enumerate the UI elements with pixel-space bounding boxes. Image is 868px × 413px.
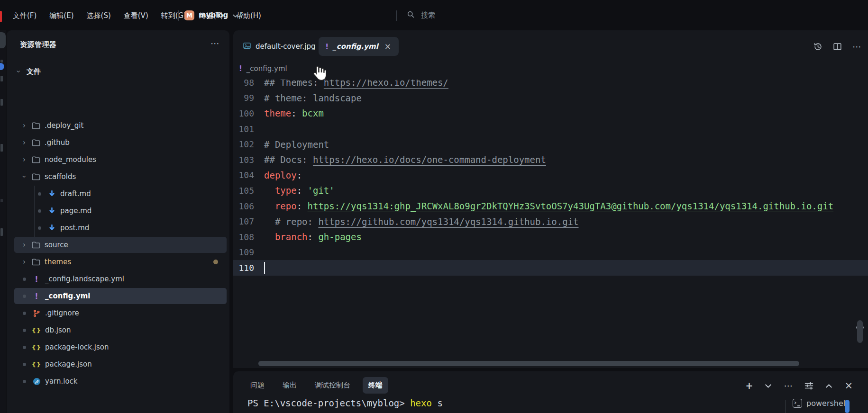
menu-edit[interactable]: 编辑(E) xyxy=(46,10,76,21)
line-number: 104 xyxy=(233,170,258,180)
file-bullet-dot xyxy=(38,192,41,196)
folder-icon xyxy=(31,156,41,163)
tree-item-.github[interactable]: ›.github xyxy=(14,135,227,151)
activity-item-extensions[interactable] xyxy=(0,99,3,106)
tree-item-source[interactable]: ›source xyxy=(14,237,227,253)
editor-more-actions-button[interactable]: ⋯ xyxy=(852,42,861,51)
titlebar-separator xyxy=(178,10,179,21)
search-input[interactable] xyxy=(420,10,524,20)
tab-config-yml[interactable]: ! _config.yml × xyxy=(319,37,399,56)
explorer-more-actions-button[interactable]: ⋯ xyxy=(208,37,222,49)
breadcrumb-item-file[interactable]: _config.yml xyxy=(247,64,287,73)
code-editor[interactable]: 98## Themes: https://hexo.io/themes/99# … xyxy=(233,80,868,360)
terminal-list-scrollbar[interactable] xyxy=(845,400,850,413)
split-editor-button[interactable] xyxy=(833,42,842,51)
yarn-icon xyxy=(32,377,41,386)
chevron-right-icon: › xyxy=(21,121,27,130)
code-link[interactable]: https://hexo.io/themes/ xyxy=(324,80,448,88)
yaml-icon: ! xyxy=(32,292,41,301)
activity-item-run[interactable] xyxy=(0,76,3,81)
tree-item-yarn.lock[interactable]: yarn.lock xyxy=(14,373,227,389)
markdown-icon xyxy=(47,190,56,198)
chevron-right-icon: › xyxy=(21,138,27,147)
tab-default-cover-jpg[interactable]: default-cover.jpg xyxy=(238,37,320,56)
tree-item-package-lock.json[interactable]: {}package-lock.json xyxy=(14,339,227,355)
new-terminal-button[interactable]: + xyxy=(745,381,753,390)
tree-item-page.md[interactable]: page.md xyxy=(14,203,227,219)
launch-profile-icon[interactable] xyxy=(804,382,813,390)
tree-item-label: post.md xyxy=(60,224,89,232)
panel-more-actions-button[interactable]: ⋯ xyxy=(784,381,793,390)
horizontal-scrollbar[interactable] xyxy=(258,361,799,366)
explorer-title: 资源管理器 xyxy=(20,40,57,49)
chevron-down-icon: › xyxy=(14,68,23,75)
file-bullet-dot xyxy=(23,380,26,383)
terminal-input-line[interactable]: PS E:\vscode-projects\myblog> hexo s xyxy=(247,398,443,408)
activity-item-settings[interactable] xyxy=(0,228,3,236)
line-content: # theme: landscape xyxy=(258,93,362,103)
tree-item-label: draft.md xyxy=(60,189,91,198)
panel-tab-terminal[interactable]: 终端 xyxy=(363,377,388,394)
maximize-panel-button[interactable] xyxy=(825,384,832,388)
global-search[interactable] xyxy=(407,9,524,22)
line-content: # repo: https://github.com/yqs1314/yqs13… xyxy=(258,216,578,227)
tree-item-draft.md[interactable]: draft.md xyxy=(14,186,227,202)
activity-item-accounts[interactable] xyxy=(0,199,3,202)
tree-item-scaffolds[interactable]: ›scaffolds xyxy=(14,169,227,185)
panel-tab-debug-console[interactable]: 调试控制台 xyxy=(309,377,356,394)
folder-icon xyxy=(31,173,41,180)
activity-bar[interactable] xyxy=(0,30,6,413)
activity-item-search[interactable] xyxy=(0,60,3,63)
folder-icon xyxy=(31,241,41,249)
explorer-section-files[interactable]: › 文件 xyxy=(15,64,41,79)
tree-item-label: package.json xyxy=(45,360,92,368)
panel-tab-output[interactable]: 输出 xyxy=(277,377,302,394)
tree-item-.deploy_git[interactable]: ›.deploy_git xyxy=(14,117,227,134)
tree-item-package.json[interactable]: {}package.json xyxy=(14,356,227,372)
json-icon: {} xyxy=(32,327,41,334)
terminal-list-separator xyxy=(786,400,786,413)
line-number: 107 xyxy=(233,216,258,226)
tree-item-themes[interactable]: ›themes xyxy=(14,254,227,270)
tree-item-node_modules[interactable]: ›node_modules xyxy=(14,152,227,168)
line-number: 100 xyxy=(233,108,258,118)
tree-item-label: package-lock.json xyxy=(45,343,109,351)
tree-item-label: node_modules xyxy=(45,155,96,164)
code-line-99: 99# theme: landscape xyxy=(233,90,868,106)
image-icon xyxy=(243,42,251,52)
tree-item-post.md[interactable]: post.md xyxy=(14,220,227,236)
hand-cursor xyxy=(312,65,326,81)
panel-tab-problems[interactable]: 问题 xyxy=(245,377,270,394)
terminal-icon xyxy=(793,399,802,408)
tree-item-_config.yml[interactable]: !_config.yml xyxy=(14,288,227,304)
tree-item-db.json[interactable]: {}db.json xyxy=(14,322,227,338)
close-icon[interactable]: × xyxy=(384,42,392,51)
workspace-switcher[interactable]: M myblog xyxy=(184,9,238,22)
terminal-argument: s xyxy=(432,398,443,408)
activity-item-explorer[interactable] xyxy=(0,32,6,48)
code-link[interactable]: https://hexo.io/docs/one-command-deploym… xyxy=(313,154,546,165)
close-panel-button[interactable]: × xyxy=(844,381,853,391)
code-line-107: 107 # repo: https://github.com/yqs1314/y… xyxy=(233,214,868,229)
timeline-history-button[interactable] xyxy=(813,42,822,51)
code-token: # repo: xyxy=(264,216,318,227)
vertical-scrollbar[interactable] xyxy=(857,320,863,343)
line-number: 109 xyxy=(233,247,258,257)
terminal-profile-dropdown[interactable] xyxy=(765,384,772,388)
menu-file[interactable]: 文件(F) xyxy=(10,10,39,21)
breadcrumb[interactable]: ! _config.yml xyxy=(239,61,287,77)
code-link[interactable]: https://github.com/yqs1314/yqs1314.githu… xyxy=(318,216,578,227)
tree-item-.gitignore[interactable]: .gitignore xyxy=(14,305,227,321)
line-number: 103 xyxy=(233,155,258,165)
git-icon xyxy=(32,309,41,317)
code-link[interactable]: https://yqs1314:ghp_JRCWxAL8o9gr2DkTQYHz… xyxy=(308,201,834,211)
tree-item-_config.landscape.yml[interactable]: !_config.landscape.yml xyxy=(14,271,227,287)
activity-item-remote[interactable] xyxy=(0,144,3,152)
terminal-prompt: PS E:\vscode-projects\myblog> xyxy=(247,398,410,408)
json-icon: {} xyxy=(32,361,41,368)
menu-view[interactable]: 查看(V) xyxy=(121,10,151,21)
terminal-instance-powershell[interactable]: powershell xyxy=(793,399,848,408)
menu-selection[interactable]: 选择(S) xyxy=(84,10,114,21)
code-token: type xyxy=(275,185,297,196)
code-token: bcxm xyxy=(302,108,324,118)
